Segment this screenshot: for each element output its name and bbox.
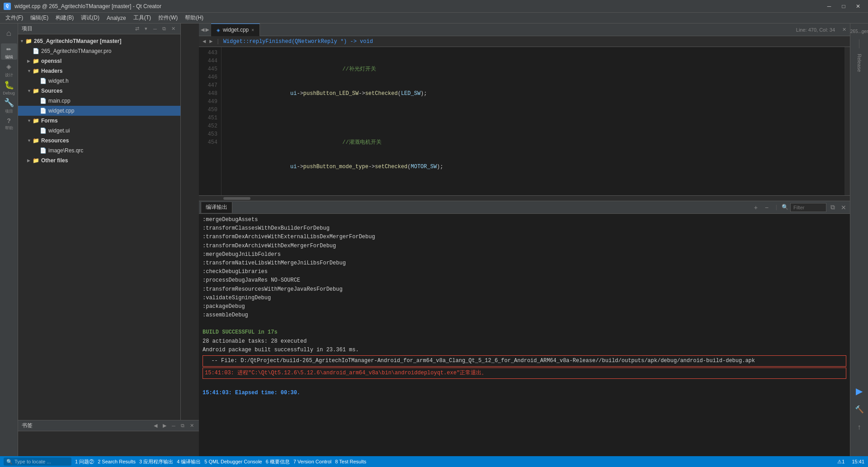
tree-item-sources[interactable]: ▼ 📁 Sources xyxy=(18,86,180,96)
menu-debug[interactable]: 调试(D) xyxy=(77,13,103,23)
close-button[interactable]: ✕ xyxy=(852,2,864,11)
sidebar-welcome[interactable]: ⌂ xyxy=(1,25,17,42)
output-close-btn[interactable]: ✕ xyxy=(839,203,848,212)
nav-next-arrow[interactable]: ▶ xyxy=(205,26,209,33)
build-button[interactable]: 🔨 xyxy=(852,402,867,416)
status-app-output[interactable]: 3 应用程序输出 xyxy=(139,458,173,465)
status-issues[interactable]: 1 问题② xyxy=(75,458,94,465)
float-button[interactable]: ⧉ xyxy=(160,25,168,33)
func-bar: ◀ ▶ | Widget::replyFinished(QNetworkRepl… xyxy=(199,36,850,47)
status-time: 15:41 xyxy=(852,459,864,464)
window-controls: ─ □ ✕ xyxy=(823,2,864,11)
status-test-results[interactable]: 8 Test Results xyxy=(335,459,366,464)
code-line-446: //灌溉电机开关 xyxy=(225,138,841,146)
status-summary[interactable]: 6 概要信息 xyxy=(266,458,290,465)
close-editor: ✕ xyxy=(839,27,850,33)
project-sidebar-label: 项目 xyxy=(5,108,13,114)
sync-button[interactable]: ⇄ xyxy=(133,25,141,33)
nav-prev-arrow[interactable]: ◀ xyxy=(201,26,204,33)
left-sidebar: ⌂ ✏ 编辑 ◈ 设计 🐛 Debug 🔧 项目 ? 帮助 xyxy=(0,24,18,456)
code-editor[interactable]: 443 444 445 446 447 448 449 450 451 452 … xyxy=(199,47,850,195)
code-scrollbar[interactable] xyxy=(844,47,850,195)
sidebar-help[interactable]: ? 帮助 xyxy=(1,116,17,132)
menu-file[interactable]: 文件(F) xyxy=(2,13,27,23)
bk-float[interactable]: ⧉ xyxy=(179,422,186,429)
filter-button[interactable]: ▾ xyxy=(142,25,150,33)
menu-help[interactable]: 帮助(H) xyxy=(181,13,207,23)
tree-item-pro[interactable]: 📄 265_AgritechIoTManager.pro xyxy=(18,46,180,56)
bk-close[interactable]: ✕ xyxy=(188,422,195,429)
out-line-1: :transformClassesWithDexBuilderForDebug xyxy=(203,224,846,233)
tree-item-forms[interactable]: ▼ 📁 Forms xyxy=(18,116,180,126)
tree-item-widget-ui[interactable]: 📄 widget.ui xyxy=(18,126,180,136)
output-add-btn[interactable]: + xyxy=(751,203,760,212)
code-content[interactable]: //补光灯开关 ui->pushButton_LED_SW->setChecke… xyxy=(222,47,844,195)
out-line-12 xyxy=(203,320,846,328)
status-search-input[interactable] xyxy=(14,459,69,464)
openssl-folder-icon: 📁 xyxy=(33,58,39,64)
tree-label-forms: Forms xyxy=(41,118,58,124)
status-qml-console[interactable]: 5 QML Debugger Console xyxy=(204,459,262,464)
output-float-btn[interactable]: ⧉ xyxy=(828,203,837,212)
menu-build[interactable]: 构建(B) xyxy=(52,13,77,23)
status-search-results[interactable]: 2 Search Results xyxy=(98,459,136,464)
tree-item-widget-h[interactable]: 📄 widget.h xyxy=(18,76,180,86)
release-label[interactable]: Release xyxy=(855,52,864,74)
tree-item-widget-cpp[interactable]: 📄 widget.cpp xyxy=(18,106,180,116)
sidebar-project[interactable]: 🔧 项目 xyxy=(1,98,17,114)
close-panel-button[interactable]: ✕ xyxy=(170,25,177,33)
file-tree[interactable]: ▼ 📁 265_AgritechIoTManager [master] 📄 26… xyxy=(18,34,180,420)
out-line-success: BUILD SUCCESSFUL in 17s xyxy=(203,328,846,337)
ln-453: 453 xyxy=(199,130,217,138)
project-panel-title: 项目 xyxy=(22,25,33,33)
bk-collapse[interactable]: ─ xyxy=(170,422,177,429)
deploy-button[interactable]: ↑ xyxy=(852,420,867,434)
tree-label-other-files: Other files xyxy=(41,157,68,164)
menu-tools[interactable]: 工具(T) xyxy=(130,13,155,23)
nav-fwd[interactable]: ▶ xyxy=(209,38,212,45)
minimize-button[interactable]: ─ xyxy=(823,2,835,11)
editor-tabs: ◀ ▶ ◈ widget.cpp × Line: 470, Col: 34 ✕ xyxy=(199,24,850,36)
output-content[interactable]: :mergeDebugAssets :transformClassesWithD… xyxy=(199,214,850,456)
edit-label: 编辑 xyxy=(5,54,13,60)
code-line-447: ui->pushButton_mode_type->setChecked(MOT… xyxy=(225,163,841,171)
tree-item-root[interactable]: ▼ 📁 265_AgritechIoTManager [master] xyxy=(18,36,180,46)
sidebar-debug[interactable]: 🐛 Debug xyxy=(1,80,17,96)
project-panel-header: 项目 ⇄ ▾ ─ ⧉ ✕ xyxy=(18,24,180,34)
out-line-tasks: 28 actionable tasks: 28 executed xyxy=(203,337,846,346)
bk-nav-next[interactable]: ▶ xyxy=(161,422,168,429)
output-minus-btn[interactable]: − xyxy=(762,203,771,212)
nav-back[interactable]: ◀ xyxy=(203,38,206,45)
status-search-box[interactable]: 🔍 xyxy=(4,458,71,466)
status-version-control[interactable]: 7 Version Control xyxy=(293,459,331,464)
out-line-8: :transformResourcesWithMergeJavaResForDe… xyxy=(203,285,846,294)
tree-item-main-cpp[interactable]: 📄 main.cpp xyxy=(18,96,180,106)
status-build-output[interactable]: 4 编译输出 xyxy=(177,458,201,465)
tree-item-openssl[interactable]: ▶ 📁 openssl xyxy=(18,56,180,66)
editor-tab-widget-cpp[interactable]: ◈ widget.cpp × xyxy=(211,24,260,36)
collapse-button[interactable]: ─ xyxy=(151,25,159,33)
run-button[interactable]: ▶ xyxy=(852,384,867,398)
menu-analyze[interactable]: Analyze xyxy=(103,14,130,22)
bk-nav-prev[interactable]: ◀ xyxy=(152,422,159,429)
tree-label-widget-ui: widget.ui xyxy=(48,127,70,134)
tab-filename: widget.cpp xyxy=(223,27,249,33)
tree-item-resources[interactable]: ▼ 📁 Resources xyxy=(18,136,180,146)
output-tab-compile[interactable]: 编译输出 xyxy=(201,202,232,213)
tab-close-button[interactable]: × xyxy=(251,28,254,33)
sidebar-design[interactable]: ◈ 设计 xyxy=(1,61,17,78)
sidebar-edit[interactable]: ✏ 编辑 xyxy=(1,43,17,60)
project-kit-label[interactable]: 265...ger xyxy=(850,27,868,36)
filter-input[interactable] xyxy=(790,203,826,212)
tree-item-headers[interactable]: ▼ 📁 Headers xyxy=(18,66,180,76)
ui-file-icon: 📄 xyxy=(40,127,47,134)
horizontal-scrollbar[interactable] xyxy=(199,195,850,201)
tree-item-other-files[interactable]: ▶ 📁 Other files xyxy=(18,156,180,165)
menu-edit[interactable]: 编辑(E) xyxy=(27,13,52,23)
out-line-9: :validateSigningDebug xyxy=(203,294,846,302)
tree-arrow-forms: ▼ xyxy=(27,118,33,123)
maximize-button[interactable]: □ xyxy=(837,2,850,11)
tree-item-image-res[interactable]: 📄 image\Res.qrc xyxy=(18,146,180,156)
menu-widgets[interactable]: 控件(W) xyxy=(155,13,181,23)
h-scroll-thumb[interactable] xyxy=(223,197,250,200)
